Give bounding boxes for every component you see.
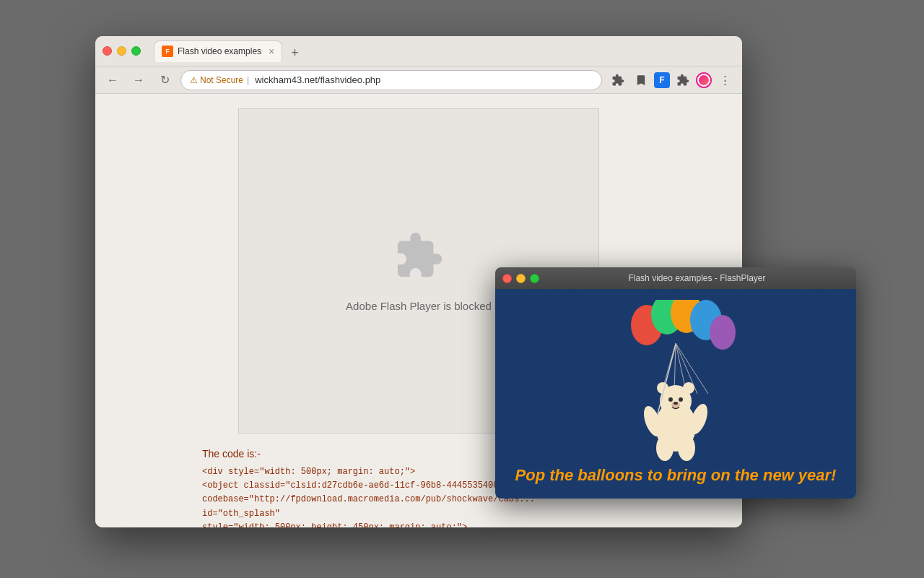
menu-button[interactable]: ⋮ [715,70,735,90]
popup-maximize-button[interactable] [530,274,539,283]
popup-titlebar: Flash video examples - FlashPlayer [495,267,856,289]
svg-point-20 [656,435,674,461]
active-tab[interactable]: F Flash video examples × [154,40,282,62]
popup-controls [502,274,539,283]
url-text: wickham43.net/flashvideo.php [255,74,380,85]
bear-svg [567,300,784,466]
security-warning-text: Not Secure [200,75,243,85]
balloon-pop-text: Pop the balloons to bring on the new yea… [515,466,837,488]
svg-point-15 [679,397,683,402]
forward-button[interactable]: → [128,70,149,90]
svg-point-21 [678,435,695,461]
popup-close-button[interactable] [502,274,512,283]
warning-icon: ⚠ [190,75,198,85]
toolbar-icons: F ⋮ [608,70,735,90]
bear-animation-scene [506,300,845,466]
title-bar: F Flash video examples × + [95,36,742,66]
blocked-message: Adobe Flash Player is blocked [346,300,492,312]
svg-point-17 [674,402,678,405]
new-tab-button[interactable]: + [287,44,303,62]
code-line-4: id="oth_splash" [202,507,635,521]
ext-puzzle-icon[interactable] [673,70,693,90]
plugin-blocked-icon [393,230,444,291]
reload-button[interactable]: ↻ [154,70,175,90]
tab-favicon: F [162,46,173,57]
back-button[interactable]: ← [103,70,123,90]
tab-bar: F Flash video examples × + [154,40,735,62]
url-box[interactable]: ⚠ Not Secure | wickham43.net/flashvideo.… [180,70,602,90]
ext-icon-blue[interactable]: F [654,72,670,88]
popup-content: Pop the balloons to bring on the new yea… [495,289,856,499]
svg-point-9 [710,315,736,350]
svg-point-12 [657,382,668,394]
code-line-5: style="width: 500px; height: 450px; marg… [202,521,635,527]
extensions-icon[interactable] [608,70,628,90]
flash-popup-window: Flash video examples - FlashPlayer [495,267,856,499]
close-button[interactable] [103,46,112,56]
svg-point-13 [683,382,694,394]
maximize-button[interactable] [131,46,141,56]
security-warning: ⚠ Not Secure | [190,75,250,85]
window-controls [103,46,141,56]
minimize-button[interactable] [117,46,126,56]
popup-minimize-button[interactable] [516,274,526,283]
tab-label: Flash video examples [178,46,261,56]
svg-point-14 [668,397,673,402]
address-bar: ← → ↻ ⚠ Not Secure | wickham43.net/flash… [95,66,742,94]
tab-close-button[interactable]: × [269,46,274,57]
bookmark-icon[interactable] [631,70,651,90]
ext-icon-pink[interactable] [696,72,712,88]
popup-title: Flash video examples - FlashPlayer [545,273,849,283]
